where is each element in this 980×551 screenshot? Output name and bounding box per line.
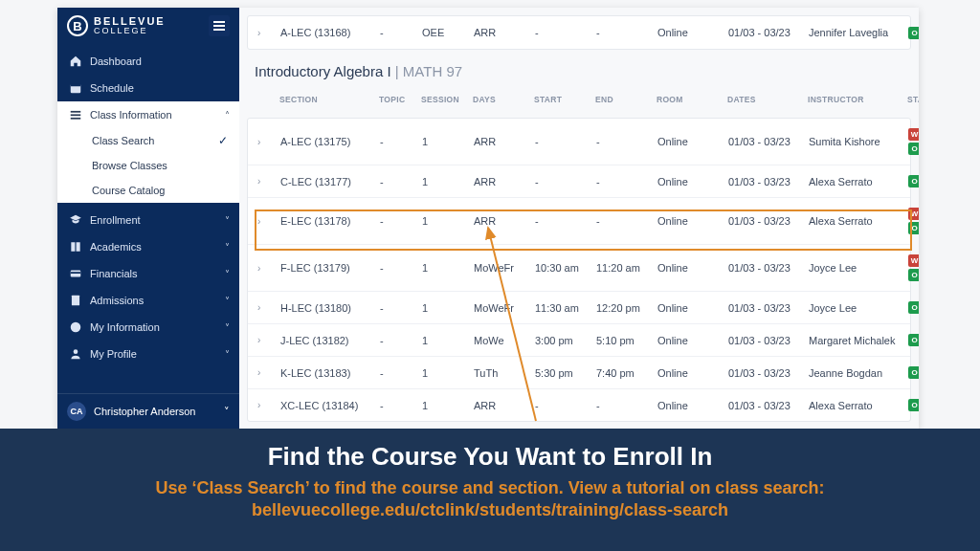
cell-instructor: Joyce Lee	[809, 262, 904, 274]
nav-label: My Information	[90, 321, 160, 333]
cell-room: Online	[657, 262, 724, 274]
cell-section: A-LEC (13168)	[280, 27, 376, 38]
hdr-days: DAYS	[473, 95, 530, 104]
cell-session: 1	[422, 335, 470, 346]
sidebar: B BELLEVUE COLLEGE Dashboard Schedule Cl…	[57, 8, 239, 429]
cell-section: A-LEC (13175)	[280, 136, 376, 147]
nav-label: Academics	[90, 241, 142, 253]
cell-status: O21/22	[908, 26, 919, 39]
status-badge-open: O	[908, 222, 919, 234]
cell-section: XC-LEC (13184)	[280, 400, 376, 411]
expand-icon[interactable]: ›	[257, 335, 277, 345]
menu-toggle-button[interactable]	[209, 15, 230, 36]
cell-days: MoWeFr	[474, 302, 531, 314]
expand-icon[interactable]: ›	[257, 137, 277, 147]
expand-icon[interactable]: ›	[257, 302, 277, 313]
cell-end: -	[596, 27, 654, 38]
expand-icon[interactable]: ›	[257, 263, 277, 274]
svg-rect-4	[71, 118, 81, 120]
table-row[interactable]: › A-LEC (13168) - OEE ARR - - Online 01/…	[248, 16, 910, 49]
banner-title: Find the Course You Want to Enroll In	[38, 442, 942, 472]
cell-days: MoWe	[474, 335, 531, 346]
nav-label: My Profile	[90, 348, 137, 360]
cell-room: Online	[657, 367, 724, 379]
cell-dates: 01/03 - 03/23	[728, 176, 805, 187]
nav-dashboard[interactable]: Dashboard	[57, 48, 239, 75]
table-row[interactable]: ›C-LEC (13177)-1ARR--Online01/03 - 03/23…	[248, 165, 910, 197]
table-row[interactable]: ›A-LEC (13175)-1ARR--Online01/03 - 03/23…	[248, 119, 910, 165]
nav-admissions[interactable]: Admissions˅	[57, 287, 239, 314]
cell-topic: -	[380, 335, 418, 346]
cell-end: 7:40 pm	[596, 367, 654, 379]
info-icon	[69, 320, 82, 334]
chevron-down-icon: ˅	[225, 322, 230, 333]
hdr-start: START	[534, 95, 591, 104]
cell-end: -	[596, 136, 654, 147]
cell-dates: 01/03 - 03/23	[728, 136, 805, 147]
nav-label: Enrollment	[90, 214, 141, 226]
expand-icon[interactable]: ›	[257, 400, 277, 410]
cell-status: O9/22	[908, 301, 919, 314]
cell-section: E-LEC (13178)	[280, 215, 376, 227]
cell-status: W5/5O0/18	[908, 208, 919, 234]
nav-financials[interactable]: Financials˅	[57, 260, 239, 287]
cell-room: Online	[657, 136, 724, 147]
cell-start: 10:30 am	[535, 262, 592, 274]
banner-body: Use ‘Class Search’ to find the course an…	[38, 477, 942, 522]
nav-my-information[interactable]: My Information˅	[57, 314, 239, 341]
cell-session: 1	[422, 400, 470, 411]
cell-end: 12:20 pm	[596, 302, 654, 314]
expand-icon[interactable]: ›	[257, 216, 277, 227]
nav-label: Admissions	[90, 295, 144, 306]
brand-bottom: COLLEGE	[94, 27, 166, 35]
cell-status: O2/22	[908, 334, 919, 346]
list-icon	[69, 108, 82, 121]
subnav-browse-classes[interactable]: Browse Classes	[57, 153, 239, 178]
svg-rect-1	[71, 84, 81, 86]
chevron-down-icon: ˅	[225, 242, 230, 253]
cell-dates: 01/03 - 03/23	[728, 215, 805, 227]
expand-icon[interactable]: ›	[257, 28, 277, 38]
cell-room: Online	[657, 27, 724, 38]
hdr-section: SECTION	[279, 95, 375, 104]
hdr-status: STATUS	[907, 95, 919, 104]
nav-academics[interactable]: Academics˅	[57, 233, 239, 260]
cell-start: 11:30 am	[535, 302, 592, 314]
nav-class-information[interactable]: Class Information˄	[57, 101, 239, 128]
user-name: Christopher Anderson	[94, 406, 195, 417]
cell-instructor: Joyce Lee	[809, 302, 904, 314]
cell-days: ARR	[474, 400, 531, 411]
course-code: MATH 97	[403, 63, 462, 79]
user-row[interactable]: CA Christopher Anderson ˅	[57, 393, 239, 429]
nav-enrollment[interactable]: Enrollment˅	[57, 207, 239, 233]
cell-start: 5:30 pm	[535, 367, 592, 379]
table-row[interactable]: ›E-LEC (13178)-1ARR--Online01/03 - 03/23…	[248, 197, 910, 244]
cell-status: W5/5O0/22	[908, 254, 919, 281]
table-row[interactable]: ›XC-LEC (13184)-1ARR--Online01/03 - 03/2…	[248, 388, 910, 421]
nav-my-profile[interactable]: My Profile˅	[57, 341, 239, 367]
table-row[interactable]: ›K-LEC (13183)-1TuTh5:30 pm7:40 pmOnline…	[248, 356, 910, 388]
doc-icon	[69, 294, 82, 307]
table-row[interactable]: ›J-LEC (13182)-1MoWe3:00 pm5:10 pmOnline…	[248, 323, 910, 356]
nav-schedule[interactable]: Schedule	[57, 75, 239, 101]
cell-topic: -	[380, 400, 418, 411]
expand-icon[interactable]: ›	[257, 367, 277, 378]
cell-instructor: Alexa Serrato	[809, 215, 904, 227]
nav-label: Class Information	[90, 109, 172, 121]
subnav-label: Course Catalog	[92, 185, 165, 196]
cell-session: 1	[422, 215, 470, 227]
cell-instructor: Margaret Michalek	[809, 335, 904, 346]
table-row[interactable]: ›H-LEC (13180)-1MoWeFr11:30 am12:20 pmOn…	[248, 291, 910, 323]
calendar-icon	[69, 81, 82, 95]
chevron-down-icon: ˅	[225, 269, 230, 279]
table-row[interactable]: ›F-LEC (13179)-1MoWeFr10:30 am11:20 amOn…	[248, 244, 910, 291]
cell-start: -	[535, 400, 592, 411]
cell-section: J-LEC (13182)	[280, 335, 376, 346]
subnav-class-search[interactable]: Class Search✓	[57, 128, 239, 153]
expand-icon[interactable]: ›	[257, 176, 277, 187]
cell-dates: 01/03 - 03/23	[728, 27, 805, 38]
status-badge-open: O	[908, 366, 919, 379]
subnav-course-catalog[interactable]: Course Catalog	[57, 178, 239, 203]
chevron-down-icon: ˅	[224, 406, 230, 418]
cell-instructor: Alexa Serrato	[809, 176, 904, 187]
